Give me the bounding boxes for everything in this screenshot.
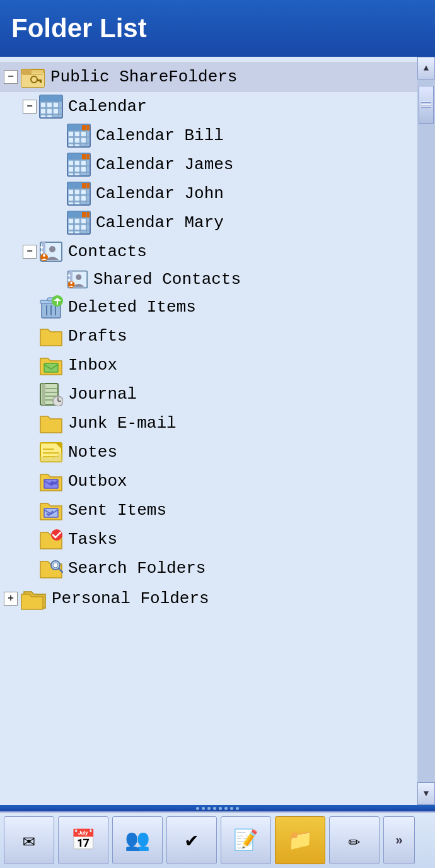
icon-calendar-sub bbox=[67, 153, 91, 177]
folder-label-public-share: Public ShareFolders bbox=[50, 67, 237, 86]
folder-item-personal-folders[interactable]: + Personal Folders bbox=[0, 583, 417, 614]
folder-item-public-share[interactable]: − Public ShareFolders bbox=[0, 62, 417, 92]
icon-search bbox=[39, 556, 63, 580]
icon-calendar-sub bbox=[67, 211, 91, 235]
svg-rect-58 bbox=[82, 183, 90, 189]
svg-rect-5 bbox=[40, 79, 42, 83]
svg-rect-34 bbox=[69, 138, 73, 143]
svg-rect-7 bbox=[40, 95, 62, 102]
svg-point-102 bbox=[68, 279, 71, 281]
folder-label-calendar: Calendar bbox=[68, 97, 147, 116]
folder-label-search-folders: Search Folders bbox=[68, 559, 206, 578]
svg-rect-2 bbox=[21, 69, 32, 74]
folder-label-shared-contacts: Shared Contacts bbox=[93, 270, 241, 289]
nav-btn-calendar[interactable]: 📅 bbox=[58, 816, 108, 864]
svg-rect-116 bbox=[42, 384, 45, 405]
svg-rect-68 bbox=[69, 196, 73, 201]
svg-rect-53 bbox=[81, 167, 86, 172]
svg-rect-75 bbox=[82, 212, 90, 218]
icon-folder bbox=[39, 411, 63, 435]
nav-btn-notes[interactable]: 📝 bbox=[221, 816, 271, 864]
nav-btn-contacts[interactable]: 👥 bbox=[112, 816, 163, 864]
svg-rect-15 bbox=[47, 103, 52, 107]
svg-point-105 bbox=[70, 282, 72, 284]
folder-item-calendar-james[interactable]: Calendar James bbox=[0, 150, 417, 179]
folder-item-junk-email[interactable]: Junk E-mail bbox=[0, 409, 417, 438]
folder-item-sent-items[interactable]: Sent Items bbox=[0, 496, 417, 525]
expand-minus-contacts[interactable]: − bbox=[23, 245, 37, 259]
svg-rect-33 bbox=[81, 132, 86, 136]
folder-label-contacts: Contacts bbox=[68, 242, 147, 261]
folder-item-search-folders[interactable]: Search Folders bbox=[0, 554, 417, 583]
svg-point-97 bbox=[43, 254, 45, 257]
folder-item-drafts[interactable]: Drafts bbox=[0, 322, 417, 351]
scroll-thumb[interactable] bbox=[419, 86, 434, 124]
folder-item-journal[interactable]: Journal bbox=[0, 380, 417, 409]
svg-rect-70 bbox=[81, 196, 86, 201]
folder-label-junk-email: Junk E-mail bbox=[68, 414, 177, 433]
svg-rect-114 bbox=[44, 363, 58, 372]
svg-rect-82 bbox=[69, 219, 73, 223]
nav-btn-folders[interactable]: 📁 bbox=[275, 816, 325, 864]
folder-item-inbox[interactable]: Inbox bbox=[0, 351, 417, 380]
icon-calendar-sub bbox=[67, 124, 91, 148]
svg-rect-113 bbox=[57, 301, 58, 305]
folder-label-sent-items: Sent Items bbox=[68, 501, 166, 520]
scroll-track bbox=[417, 79, 435, 782]
icon-calendar bbox=[39, 95, 63, 119]
svg-rect-67 bbox=[81, 190, 86, 194]
icon-folder bbox=[39, 324, 63, 348]
icon-sent bbox=[39, 498, 63, 522]
svg-rect-55 bbox=[75, 173, 79, 175]
svg-rect-35 bbox=[75, 138, 79, 143]
scroll-up-button[interactable]: ▲ bbox=[417, 57, 435, 79]
folder-item-calendar-bill[interactable]: Calendar Bill bbox=[0, 121, 417, 150]
folder-label-calendar-mary: Calendar Mary bbox=[96, 213, 224, 232]
svg-rect-18 bbox=[47, 109, 52, 114]
expand-minus-public-share[interactable]: − bbox=[4, 70, 18, 84]
folder-item-outbox[interactable]: Outbox bbox=[0, 467, 417, 496]
svg-rect-52 bbox=[75, 167, 79, 172]
svg-rect-85 bbox=[69, 225, 73, 230]
svg-rect-37 bbox=[69, 144, 73, 146]
scrollbar: ▲ ▼ bbox=[417, 57, 435, 805]
resize-handle[interactable] bbox=[196, 807, 239, 810]
folder-label-personal-folders: Personal Folders bbox=[52, 589, 209, 608]
svg-rect-16 bbox=[54, 103, 58, 107]
svg-rect-17 bbox=[41, 109, 45, 114]
icon-tasks bbox=[39, 527, 63, 551]
svg-point-93 bbox=[40, 246, 43, 249]
folder-item-shared-contacts[interactable]: Shared Contacts bbox=[0, 266, 417, 293]
svg-rect-66 bbox=[75, 190, 79, 194]
folder-item-calendar[interactable]: − Calendar bbox=[0, 92, 417, 121]
nav-btn-tasks[interactable]: ✔ bbox=[166, 816, 217, 864]
grip-line bbox=[421, 107, 431, 108]
svg-point-101 bbox=[68, 274, 71, 277]
folder-item-notes[interactable]: Notes bbox=[0, 438, 417, 467]
folder-item-calendar-mary[interactable]: Calendar Mary bbox=[0, 208, 417, 237]
icon-personal bbox=[20, 585, 47, 612]
svg-rect-21 bbox=[47, 115, 52, 117]
icon-contacts-sub bbox=[67, 269, 88, 290]
svg-rect-32 bbox=[75, 132, 79, 136]
page-title: Folder List bbox=[11, 13, 147, 44]
nav-more-button[interactable]: » bbox=[383, 816, 415, 864]
icon-notes bbox=[39, 440, 63, 464]
title-bar: Folder List bbox=[0, 0, 435, 57]
nav-btn-shortcuts[interactable]: ✏ bbox=[329, 816, 380, 864]
svg-rect-50 bbox=[81, 161, 86, 165]
folder-item-deleted-items[interactable]: Deleted Items bbox=[0, 293, 417, 322]
expand-plus-personal-folders[interactable]: + bbox=[4, 592, 18, 606]
folder-item-tasks[interactable]: Tasks bbox=[0, 525, 417, 554]
icon-inbox bbox=[39, 353, 63, 377]
nav-btn-mail[interactable]: ✉ bbox=[4, 816, 54, 864]
svg-rect-38 bbox=[75, 144, 79, 146]
expand-minus-calendar[interactable]: − bbox=[23, 100, 37, 114]
svg-rect-49 bbox=[75, 161, 79, 165]
folder-item-calendar-john[interactable]: Calendar John bbox=[0, 179, 417, 208]
grip-line bbox=[421, 104, 431, 105]
folder-item-contacts[interactable]: − Contacts bbox=[0, 237, 417, 266]
scroll-down-button[interactable]: ▼ bbox=[417, 782, 435, 805]
folder-label-calendar-john: Calendar John bbox=[96, 184, 224, 203]
svg-rect-31 bbox=[69, 132, 73, 136]
